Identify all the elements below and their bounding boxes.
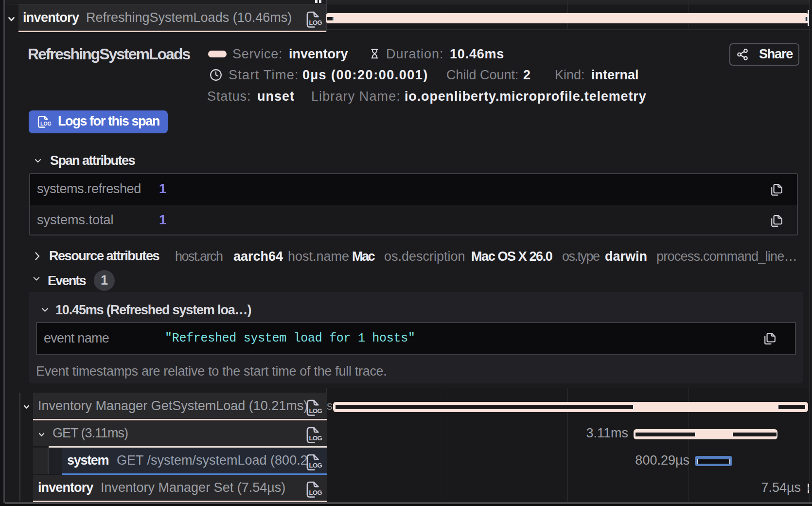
svg-text:LOG: LOG <box>309 489 322 496</box>
svg-text:LOG: LOG <box>309 434 322 442</box>
svg-text:LOG: LOG <box>309 407 322 415</box>
svg-text:LOG: LOG <box>40 121 52 126</box>
svg-text:LOG: LOG <box>309 462 322 469</box>
svg-text:LOG: LOG <box>309 19 322 26</box>
